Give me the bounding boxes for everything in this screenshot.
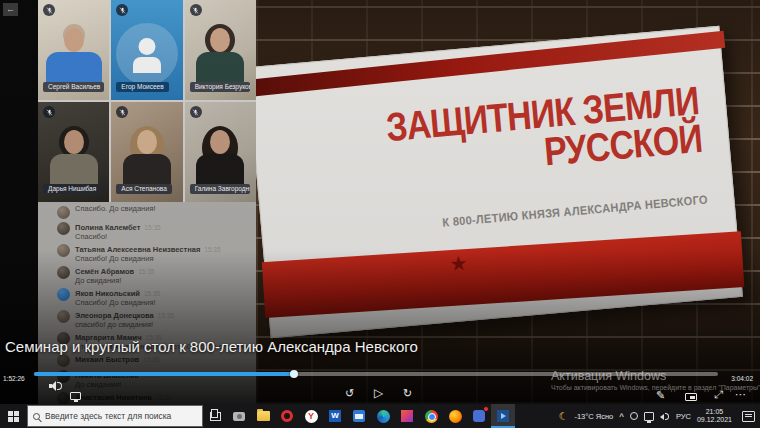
chat-message: Татьяна Алексеевна Неизвестная15:35 Спас… [57, 243, 250, 263]
participant-tile: Виктория Безрукова [185, 0, 256, 100]
avatar [57, 222, 70, 235]
clock[interactable]: 21:0509.12.2021 [697, 408, 732, 424]
moon-icon[interactable]: ☾ [559, 411, 569, 422]
chat-message: Михаил Быстров15:36 [57, 353, 250, 367]
mic-muted-icon [116, 106, 128, 118]
participant-name: Дарья Нишибая [43, 184, 101, 194]
play-icon[interactable]: ▷ [374, 387, 383, 399]
search-input[interactable]: Введите здесь текст для поиска [27, 405, 203, 427]
notification-icon[interactable] [742, 411, 755, 422]
chat-message: Яков Никольский15:35 Спасибо! До свидани… [57, 287, 250, 307]
task-view-icon[interactable] [203, 404, 227, 428]
system-tray: ☾ -13°C Ясно ^ РУС 21:0509.12.2021 [559, 408, 760, 424]
mic-muted-icon [190, 4, 202, 16]
messenger-icon[interactable] [467, 404, 491, 428]
notification-badge [483, 406, 489, 412]
search-icon [33, 413, 40, 420]
participant-tile: Дарья Нишибая [38, 102, 109, 202]
network-icon[interactable] [644, 412, 654, 421]
chat-message: Элеонора Донецкова15:35 спасибо! до свид… [57, 309, 250, 329]
participant-tile: Сергей Васильев [38, 0, 109, 100]
avatar [57, 244, 70, 257]
volume-icon[interactable] [49, 381, 61, 391]
chat-message: Семён Абрамов15:35 До свидания! [57, 265, 250, 285]
participant-tile: Егор Моисеев [111, 0, 182, 100]
participant-name: Егор Моисеев [116, 82, 168, 92]
mic-muted-icon [190, 106, 202, 118]
photos-icon[interactable] [395, 404, 419, 428]
seek-handle[interactable] [290, 370, 298, 378]
movies-tv-icon[interactable] [491, 404, 515, 428]
edge-icon[interactable] [371, 404, 395, 428]
more-icon[interactable]: ⋯ [735, 389, 747, 400]
chat-message: Анастасия Никитина15:36 спасибо! до свид… [57, 391, 250, 404]
language-indicator[interactable]: РУС [676, 412, 691, 421]
chrome-icon[interactable] [419, 404, 443, 428]
avatar [57, 310, 70, 323]
edit-pencil-icon[interactable]: ✎ [656, 390, 665, 401]
back-button[interactable]: ← [3, 3, 18, 16]
yandex-browser-icon[interactable]: Y [299, 404, 323, 428]
seekbar[interactable] [34, 372, 718, 376]
participant-grid: Сергей Васильев Егор Моисеев Виктория Бе… [38, 0, 256, 202]
current-time: 1:52:26 [3, 375, 25, 382]
mic-muted-icon [43, 4, 55, 16]
slide-bottom-band: ★ [262, 231, 745, 318]
star-icon: ★ [449, 253, 468, 274]
taskbar: Введите здесь текст для поиска Y W ☾ -13… [0, 404, 760, 428]
tray-volume-icon[interactable] [660, 412, 670, 421]
forward-10-icon[interactable]: ↻ [403, 388, 412, 399]
slide-subtitle: К 800-ЛЕТИЮ КНЯЗЯ АЛЕКСАНДРА НЕВСКОГО [441, 193, 707, 230]
duration: 3:04:02 [731, 375, 753, 382]
mic-muted-icon [43, 106, 55, 118]
desktop: ← Сергей Васильев Егор Моисеев Виктория … [0, 0, 760, 428]
mail-icon[interactable] [347, 404, 371, 428]
avatar [57, 288, 70, 301]
avatar [57, 392, 70, 404]
fullscreen-icon[interactable]: ⤢ [714, 389, 723, 400]
rewind-10-icon[interactable]: ↺ [345, 388, 354, 399]
tray-expand-icon[interactable]: ^ [619, 412, 624, 421]
participant-name: Галина Завгородняя [190, 184, 251, 194]
chat-message: Спасибо. До свидания! [57, 205, 250, 219]
display-icon[interactable] [70, 392, 81, 400]
avatar [57, 266, 70, 279]
file-explorer-icon[interactable] [251, 404, 275, 428]
windows-start-icon[interactable] [0, 404, 27, 428]
participant-name: Сергей Васильев [43, 82, 104, 92]
firefox-icon[interactable] [443, 404, 467, 428]
picture-in-picture-icon[interactable] [685, 393, 697, 401]
mic-muted-icon [116, 4, 128, 16]
person-icon[interactable] [630, 412, 638, 420]
search-placeholder: Введите здесь текст для поиска [45, 411, 171, 421]
camera-app-icon[interactable] [227, 404, 251, 428]
participant-tile: Ася Степанова [111, 102, 182, 202]
opera-icon[interactable] [275, 404, 299, 428]
slide-title: ЗАЩИТНИК ЗЕМЛИ РУССКОЙ [385, 81, 704, 184]
slide: ЗАЩИТНИК ЗЕМЛИ РУССКОЙ К 800-ЛЕТИЮ КНЯЗЯ… [256, 26, 743, 338]
avatar [57, 354, 70, 367]
word-icon[interactable]: W [323, 404, 347, 428]
chat-message: Полина Калембет15:35 Спасибо! [57, 221, 250, 241]
video-player[interactable]: ← Сергей Васильев Егор Моисеев Виктория … [0, 0, 760, 404]
participant-name: Виктория Безрукова [190, 82, 251, 92]
weather-widget[interactable]: -13°C Ясно [574, 412, 613, 421]
video-title: Семинар и круглый стол к 800-летию Алекс… [5, 338, 418, 355]
participant-name: Ася Степанова [116, 184, 171, 194]
avatar [57, 206, 70, 219]
seekbar-progress [34, 372, 294, 376]
participant-tile: Галина Завгородняя [185, 102, 256, 202]
